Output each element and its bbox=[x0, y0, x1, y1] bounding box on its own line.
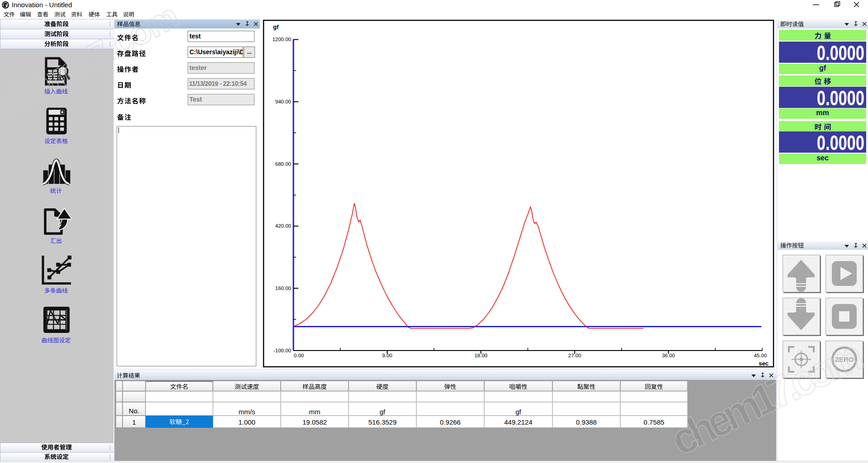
svg-text:ZERO: ZERO bbox=[835, 355, 854, 363]
